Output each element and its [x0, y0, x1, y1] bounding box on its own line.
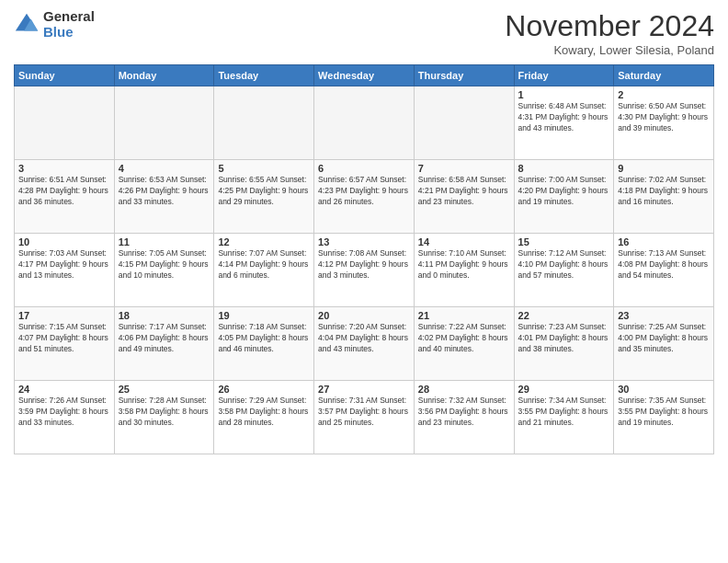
- day-cell-2-1: 11Sunrise: 7:05 AM Sunset: 4:15 PM Dayli…: [114, 234, 214, 307]
- month-title: November 2024: [505, 9, 714, 43]
- day-info-1-4: Sunrise: 6:58 AM Sunset: 4:21 PM Dayligh…: [418, 175, 510, 208]
- day-cell-4-5: 29Sunrise: 7:34 AM Sunset: 3:55 PM Dayli…: [514, 381, 614, 454]
- header: General Blue November 2024 Kowary, Lower…: [14, 9, 714, 57]
- location-subtitle: Kowary, Lower Silesia, Poland: [505, 43, 714, 57]
- day-info-0-5: Sunrise: 6:48 AM Sunset: 4:31 PM Dayligh…: [518, 101, 610, 134]
- day-cell-4-6: 30Sunrise: 7:35 AM Sunset: 3:55 PM Dayli…: [614, 381, 714, 454]
- logo: General Blue: [14, 9, 95, 40]
- week-row-4: 24Sunrise: 7:26 AM Sunset: 3:59 PM Dayli…: [15, 381, 714, 454]
- day-number-0-6: 2: [618, 89, 710, 100]
- day-info-3-5: Sunrise: 7:23 AM Sunset: 4:01 PM Dayligh…: [518, 322, 610, 355]
- header-tuesday: Tuesday: [214, 65, 314, 86]
- day-cell-2-0: 10Sunrise: 7:03 AM Sunset: 4:17 PM Dayli…: [15, 234, 115, 307]
- day-number-2-2: 12: [218, 236, 310, 247]
- day-number-2-1: 11: [119, 236, 210, 247]
- day-info-3-0: Sunrise: 7:15 AM Sunset: 4:07 PM Dayligh…: [18, 322, 110, 355]
- header-monday: Monday: [114, 65, 214, 86]
- day-number-2-5: 15: [518, 236, 610, 247]
- day-info-2-5: Sunrise: 7:12 AM Sunset: 4:10 PM Dayligh…: [518, 248, 610, 282]
- day-info-4-4: Sunrise: 7:32 AM Sunset: 3:56 PM Dayligh…: [418, 396, 510, 429]
- day-number-4-6: 30: [618, 384, 710, 395]
- day-info-3-6: Sunrise: 7:25 AM Sunset: 4:00 PM Dayligh…: [618, 322, 710, 355]
- day-info-1-6: Sunrise: 7:02 AM Sunset: 4:18 PM Dayligh…: [618, 175, 710, 208]
- day-info-1-2: Sunrise: 6:55 AM Sunset: 4:25 PM Dayligh…: [218, 175, 310, 208]
- day-info-4-1: Sunrise: 7:28 AM Sunset: 3:58 PM Dayligh…: [119, 396, 210, 429]
- day-info-1-0: Sunrise: 6:51 AM Sunset: 4:28 PM Dayligh…: [18, 175, 110, 208]
- day-cell-3-4: 21Sunrise: 7:22 AM Sunset: 4:02 PM Dayli…: [414, 307, 514, 381]
- page: General Blue November 2024 Kowary, Lower…: [0, 0, 728, 563]
- day-cell-1-5: 8Sunrise: 7:00 AM Sunset: 4:20 PM Daylig…: [514, 160, 614, 234]
- day-cell-3-0: 17Sunrise: 7:15 AM Sunset: 4:07 PM Dayli…: [15, 307, 115, 381]
- day-info-1-1: Sunrise: 6:53 AM Sunset: 4:26 PM Dayligh…: [119, 175, 210, 208]
- header-row: Sunday Monday Tuesday Wednesday Thursday…: [15, 65, 714, 86]
- day-number-2-0: 10: [18, 236, 110, 247]
- logo-blue-text: Blue: [43, 25, 95, 40]
- day-number-1-1: 4: [119, 163, 210, 174]
- day-cell-0-1: [114, 86, 214, 160]
- day-cell-0-2: [214, 86, 314, 160]
- day-cell-0-3: [314, 86, 415, 160]
- day-number-4-5: 29: [518, 384, 610, 395]
- day-number-4-0: 24: [18, 384, 110, 395]
- day-cell-3-3: 20Sunrise: 7:20 AM Sunset: 4:04 PM Dayli…: [314, 307, 415, 381]
- header-thursday: Thursday: [414, 65, 514, 86]
- day-info-1-3: Sunrise: 6:57 AM Sunset: 4:23 PM Dayligh…: [318, 175, 410, 208]
- day-number-4-2: 26: [218, 384, 310, 395]
- logo-icon: [14, 12, 40, 38]
- day-info-4-5: Sunrise: 7:34 AM Sunset: 3:55 PM Dayligh…: [518, 396, 610, 429]
- day-info-2-1: Sunrise: 7:05 AM Sunset: 4:15 PM Dayligh…: [119, 248, 210, 282]
- day-number-3-2: 19: [218, 310, 310, 321]
- day-cell-4-3: 27Sunrise: 7:31 AM Sunset: 3:57 PM Dayli…: [314, 381, 415, 454]
- header-saturday: Saturday: [614, 65, 714, 86]
- day-info-3-4: Sunrise: 7:22 AM Sunset: 4:02 PM Dayligh…: [418, 322, 510, 355]
- week-row-1: 3Sunrise: 6:51 AM Sunset: 4:28 PM Daylig…: [15, 160, 714, 234]
- day-info-4-0: Sunrise: 7:26 AM Sunset: 3:59 PM Dayligh…: [18, 396, 110, 429]
- day-cell-2-5: 15Sunrise: 7:12 AM Sunset: 4:10 PM Dayli…: [514, 234, 614, 307]
- day-cell-1-3: 6Sunrise: 6:57 AM Sunset: 4:23 PM Daylig…: [314, 160, 415, 234]
- day-cell-2-3: 13Sunrise: 7:08 AM Sunset: 4:12 PM Dayli…: [314, 234, 415, 307]
- day-number-1-6: 9: [618, 163, 710, 174]
- day-cell-0-0: [15, 86, 115, 160]
- day-number-3-1: 18: [119, 310, 210, 321]
- week-row-3: 17Sunrise: 7:15 AM Sunset: 4:07 PM Dayli…: [15, 307, 714, 381]
- day-number-1-2: 5: [218, 163, 310, 174]
- header-friday: Friday: [514, 65, 614, 86]
- day-number-2-4: 14: [418, 236, 510, 247]
- day-cell-3-6: 23Sunrise: 7:25 AM Sunset: 4:00 PM Dayli…: [614, 307, 714, 381]
- day-number-3-0: 17: [18, 310, 110, 321]
- day-cell-2-6: 16Sunrise: 7:13 AM Sunset: 4:08 PM Dayli…: [614, 234, 714, 307]
- day-info-4-3: Sunrise: 7:31 AM Sunset: 3:57 PM Dayligh…: [318, 396, 410, 429]
- day-cell-0-5: 1Sunrise: 6:48 AM Sunset: 4:31 PM Daylig…: [514, 86, 614, 160]
- day-number-1-0: 3: [18, 163, 110, 174]
- logo-text: General Blue: [43, 9, 95, 40]
- day-info-2-6: Sunrise: 7:13 AM Sunset: 4:08 PM Dayligh…: [618, 248, 710, 282]
- calendar-header: Sunday Monday Tuesday Wednesday Thursday…: [15, 65, 714, 86]
- calendar-table: Sunday Monday Tuesday Wednesday Thursday…: [14, 64, 714, 454]
- day-number-4-1: 25: [119, 384, 210, 395]
- day-number-4-3: 27: [318, 384, 410, 395]
- day-cell-4-1: 25Sunrise: 7:28 AM Sunset: 3:58 PM Dayli…: [114, 381, 214, 454]
- day-cell-4-2: 26Sunrise: 7:29 AM Sunset: 3:58 PM Dayli…: [214, 381, 314, 454]
- day-cell-1-4: 7Sunrise: 6:58 AM Sunset: 4:21 PM Daylig…: [414, 160, 514, 234]
- day-info-2-4: Sunrise: 7:10 AM Sunset: 4:11 PM Dayligh…: [418, 248, 510, 282]
- day-info-4-2: Sunrise: 7:29 AM Sunset: 3:58 PM Dayligh…: [218, 396, 310, 429]
- day-number-3-5: 22: [518, 310, 610, 321]
- day-info-2-3: Sunrise: 7:08 AM Sunset: 4:12 PM Dayligh…: [318, 248, 410, 282]
- header-sunday: Sunday: [15, 65, 115, 86]
- day-cell-1-6: 9Sunrise: 7:02 AM Sunset: 4:18 PM Daylig…: [614, 160, 714, 234]
- day-cell-1-0: 3Sunrise: 6:51 AM Sunset: 4:28 PM Daylig…: [15, 160, 115, 234]
- day-cell-2-4: 14Sunrise: 7:10 AM Sunset: 4:11 PM Dayli…: [414, 234, 514, 307]
- day-number-1-5: 8: [518, 163, 610, 174]
- day-number-2-6: 16: [618, 236, 710, 247]
- week-row-0: 1Sunrise: 6:48 AM Sunset: 4:31 PM Daylig…: [15, 86, 714, 160]
- day-info-2-0: Sunrise: 7:03 AM Sunset: 4:17 PM Dayligh…: [18, 248, 110, 282]
- day-cell-4-4: 28Sunrise: 7:32 AM Sunset: 3:56 PM Dayli…: [414, 381, 514, 454]
- day-number-4-4: 28: [418, 384, 510, 395]
- day-number-1-4: 7: [418, 163, 510, 174]
- day-number-2-3: 13: [318, 236, 410, 247]
- week-row-2: 10Sunrise: 7:03 AM Sunset: 4:17 PM Dayli…: [15, 234, 714, 307]
- day-info-3-2: Sunrise: 7:18 AM Sunset: 4:05 PM Dayligh…: [218, 322, 310, 355]
- day-cell-0-6: 2Sunrise: 6:50 AM Sunset: 4:30 PM Daylig…: [614, 86, 714, 160]
- day-info-3-3: Sunrise: 7:20 AM Sunset: 4:04 PM Dayligh…: [318, 322, 410, 355]
- day-info-4-6: Sunrise: 7:35 AM Sunset: 3:55 PM Dayligh…: [618, 396, 710, 429]
